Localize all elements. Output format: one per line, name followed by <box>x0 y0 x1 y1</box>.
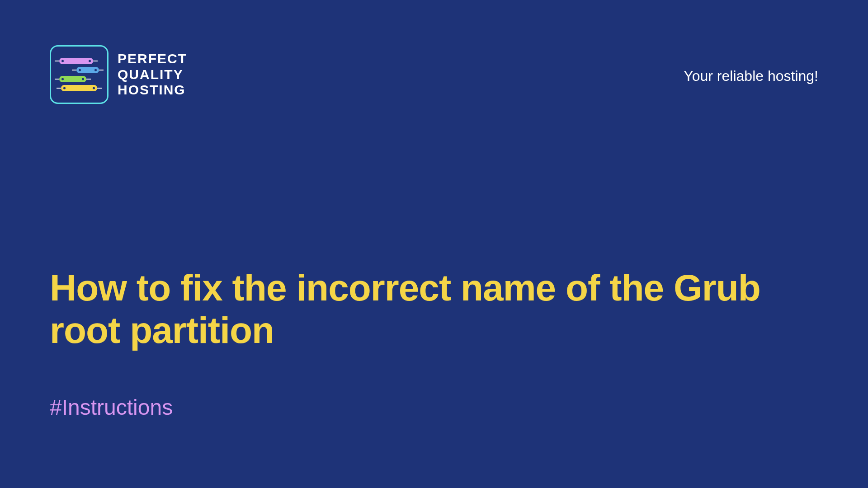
logo-text-line2: QUALITY <box>118 67 187 83</box>
header: PERFECT QUALITY HOSTING Your reliable ho… <box>0 0 868 104</box>
logo: PERFECT QUALITY HOSTING <box>50 45 187 104</box>
logo-bar-1 <box>59 58 93 64</box>
logo-bar-4 <box>61 85 97 91</box>
logo-bar-2 <box>76 67 99 73</box>
logo-text-line1: PERFECT <box>118 51 187 67</box>
page-title: How to fix the incorrect name of the Gru… <box>50 267 818 352</box>
logo-text-line3: HOSTING <box>118 82 187 98</box>
logo-icon <box>50 45 108 104</box>
tagline: Your reliable hosting! <box>684 68 818 84</box>
logo-bar-3 <box>59 76 86 82</box>
logo-text: PERFECT QUALITY HOSTING <box>118 51 187 98</box>
content: How to fix the incorrect name of the Gru… <box>50 267 818 420</box>
hashtag: #Instructions <box>50 395 818 420</box>
